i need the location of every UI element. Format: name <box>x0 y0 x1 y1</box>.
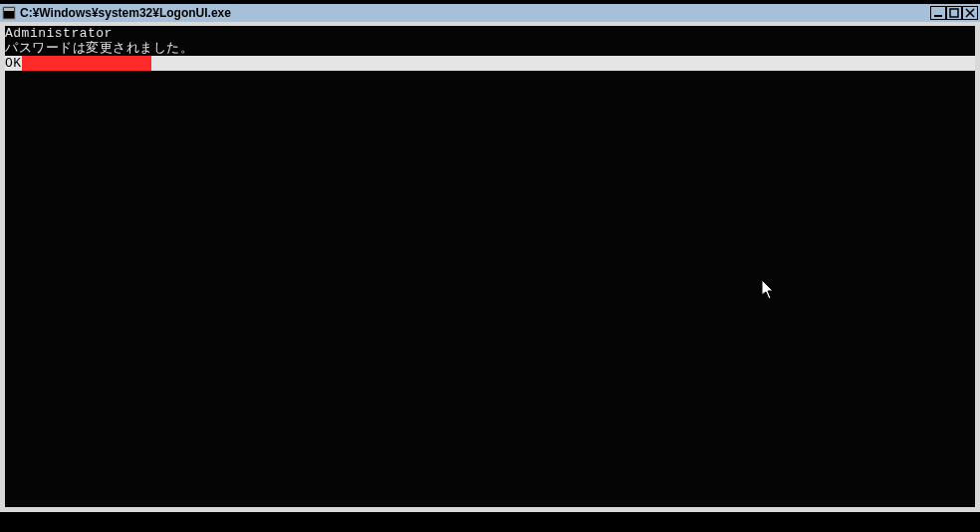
user-line: Administrator <box>5 26 975 41</box>
console-output[interactable]: Administrator パスワードは変更されました。 OK <box>5 26 975 507</box>
close-button[interactable] <box>962 6 978 20</box>
svg-rect-2 <box>934 15 942 17</box>
close-icon <box>965 8 975 18</box>
selection-cursor-block <box>22 56 151 71</box>
client-area: Administrator パスワードは変更されました。 OK <box>0 22 980 512</box>
console-window: C:¥Windows¥system32¥LogonUI.exe <box>0 4 980 512</box>
selection-rest <box>151 56 975 71</box>
titlebar[interactable]: C:¥Windows¥system32¥LogonUI.exe <box>0 4 980 22</box>
maximize-button[interactable] <box>946 6 962 20</box>
svg-rect-3 <box>950 9 958 17</box>
desktop: C:¥Windows¥system32¥LogonUI.exe <box>0 0 980 532</box>
window-controls <box>930 6 978 20</box>
window-title: C:¥Windows¥system32¥LogonUI.exe <box>20 6 930 20</box>
minimize-button[interactable] <box>930 6 946 20</box>
ok-row-selected[interactable]: OK <box>5 56 975 71</box>
minimize-icon <box>933 8 943 18</box>
maximize-icon <box>949 8 959 18</box>
app-icon <box>2 6 16 20</box>
ok-label: OK <box>5 56 22 71</box>
svg-rect-1 <box>4 8 14 11</box>
message-line: パスワードは変更されました。 <box>5 41 975 56</box>
